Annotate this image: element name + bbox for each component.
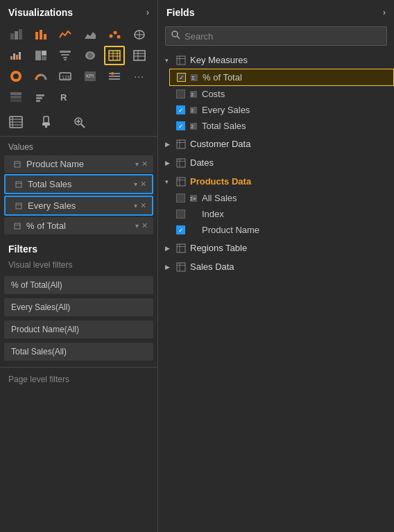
visual-level-label: Visual level filters	[0, 257, 157, 274]
group-customer-data-header[interactable]: ▶ Customer Data	[158, 135, 394, 153]
stacked-bar-icon[interactable]	[6, 25, 26, 44]
group-regions-table: ▶ Regions Table	[158, 239, 394, 257]
donut-chart-icon[interactable]	[6, 67, 26, 86]
svg-rect-98	[177, 263, 185, 271]
visualizations-title: Visualizations	[8, 7, 73, 18]
fields-tree: ▾ Key Measures ✓ Σ % of Total Σ Costs	[158, 51, 394, 532]
svg-rect-3	[35, 32, 38, 40]
area-chart-icon[interactable]	[80, 25, 101, 44]
funnel-icon[interactable]	[55, 46, 76, 65]
group-sales-data-header[interactable]: ▶ Sales Data	[158, 258, 394, 275]
visualizations-chevron[interactable]: ›	[146, 8, 149, 17]
field-product-name[interactable]: Product Name ▾ ✕	[4, 155, 153, 173]
svg-rect-26	[109, 51, 120, 60]
remove-field-btn[interactable]: ✕	[142, 160, 148, 169]
tree-item-index[interactable]: Index	[169, 206, 394, 222]
remove-field-btn-3[interactable]: ✕	[140, 201, 146, 210]
filter-total-sales[interactable]: Total Sales(All)	[4, 343, 153, 361]
field-every-sales[interactable]: Every Sales ▾ ✕	[4, 196, 153, 216]
svg-rect-69	[15, 223, 20, 229]
svg-rect-2	[19, 29, 22, 40]
tree-item-product-name[interactable]: ✓ Product Name	[169, 222, 394, 238]
checkbox-all-sales[interactable]	[176, 194, 185, 203]
slicer-icon[interactable]	[104, 67, 125, 86]
svg-rect-20	[60, 51, 71, 53]
products-data-children: Σ≡ All Sales Index ✓ Product Name	[158, 190, 394, 238]
checkbox-product-name[interactable]: ✓	[176, 225, 185, 234]
dropdown-arrow-2[interactable]: ▾	[134, 180, 137, 188]
treemap-icon[interactable]	[31, 46, 51, 65]
tree-item-all-sales[interactable]: Σ≡ All Sales	[169, 190, 394, 206]
filter-pct-of-total[interactable]: % of Total(All)	[4, 276, 153, 294]
checkbox-costs[interactable]	[176, 89, 185, 98]
tree-item-total-sales[interactable]: ✓ Σ Total Sales	[169, 118, 394, 134]
checkbox-every-sales[interactable]: ✓	[176, 105, 185, 114]
expand-arrow-dates: ▶	[165, 160, 172, 166]
custom-paint-icon[interactable]	[31, 87, 51, 107]
scatter-icon[interactable]	[104, 25, 125, 44]
card-icon[interactable]: 123	[55, 67, 76, 86]
kpi-icon[interactable]: KPI	[80, 67, 101, 86]
field-pct-of-total[interactable]: % of Total ▾ ✕	[4, 217, 153, 234]
search-input[interactable]	[185, 31, 381, 42]
field-bar-icon-2	[14, 180, 24, 189]
fields-chevron[interactable]: ›	[383, 8, 386, 17]
fields-panel: Fields › ▾ Key Measures ✓ Σ % of Total	[158, 0, 394, 532]
values-label: Values	[0, 137, 157, 155]
gauge-icon[interactable]	[31, 67, 51, 86]
dropdown-arrow-4[interactable]: ▾	[135, 222, 139, 230]
table-icon-customer	[176, 139, 186, 149]
fields-icon[interactable]	[6, 112, 26, 132]
group-key-measures-header[interactable]: ▾ Key Measures	[158, 51, 394, 69]
matrix-icon[interactable]	[129, 46, 150, 65]
tree-item-every-sales[interactable]: ✓ Σ Every Sales	[169, 102, 394, 118]
svg-point-71	[172, 31, 178, 37]
field-name-label: Total Sales	[28, 179, 72, 189]
svg-rect-17	[35, 51, 41, 60]
filter-every-sales[interactable]: Every Sales(All)	[4, 298, 153, 316]
table-icon[interactable]	[104, 46, 125, 65]
bar-chart-icon[interactable]	[31, 25, 51, 44]
expand-arrow-customer: ▶	[165, 141, 172, 148]
checkbox-total-sales[interactable]: ✓	[176, 121, 185, 130]
r-script-icon[interactable]: R	[55, 87, 76, 107]
map-icon[interactable]	[129, 25, 150, 44]
tree-item-pct-total[interactable]: ✓ Σ % of Total	[169, 69, 394, 86]
group-products-data-header[interactable]: ▾ Products Data	[158, 173, 394, 190]
svg-rect-84	[177, 140, 185, 148]
filled-map-icon[interactable]	[80, 46, 101, 65]
svg-rect-49	[36, 100, 40, 102]
checkbox-index[interactable]	[176, 209, 185, 218]
svg-rect-44	[10, 92, 22, 95]
remove-field-btn-2[interactable]: ✕	[140, 180, 146, 189]
table-icon-key-measures	[176, 55, 186, 65]
more-visuals-icon[interactable]: ···	[129, 67, 150, 86]
line-chart-icon[interactable]	[55, 25, 76, 44]
tree-item-label-pct: % of Total	[203, 72, 242, 83]
checkbox-pct-total[interactable]: ✓	[177, 73, 186, 82]
field-total-sales[interactable]: Total Sales ▾ ✕	[4, 174, 153, 194]
analytics-search-icon[interactable]	[69, 112, 90, 132]
filter-product-name[interactable]: Product Name(All)	[4, 320, 153, 338]
svg-text:Σ: Σ	[191, 108, 194, 114]
group-dates-header[interactable]: ▶ Dates	[158, 154, 394, 171]
svg-rect-13	[10, 56, 12, 60]
group-regions-table-header[interactable]: ▶ Regions Table	[158, 239, 394, 257]
svg-text:123: 123	[62, 75, 70, 80]
filters-header: Filters	[0, 235, 157, 257]
sigma-icon-every-sales: Σ	[189, 106, 198, 114]
tree-item-costs[interactable]: Σ Costs	[169, 86, 394, 102]
sigma-icon-total-sales: Σ	[189, 122, 198, 130]
dropdown-arrow-3[interactable]: ▾	[134, 202, 137, 209]
group-key-measures: ▾ Key Measures ✓ Σ % of Total Σ Costs	[158, 51, 394, 134]
field-bar-icon-3	[14, 201, 24, 211]
format-paint-icon[interactable]	[37, 112, 58, 132]
svg-rect-45	[10, 96, 22, 98]
dropdown-arrow[interactable]: ▾	[135, 160, 139, 168]
multi-row-card-icon[interactable]	[6, 87, 26, 107]
waterfall-icon[interactable]	[6, 46, 26, 65]
table-icon-dates	[176, 158, 186, 168]
remove-field-btn-4[interactable]: ✕	[142, 221, 148, 230]
svg-rect-31	[134, 51, 145, 60]
svg-rect-56	[44, 117, 49, 123]
